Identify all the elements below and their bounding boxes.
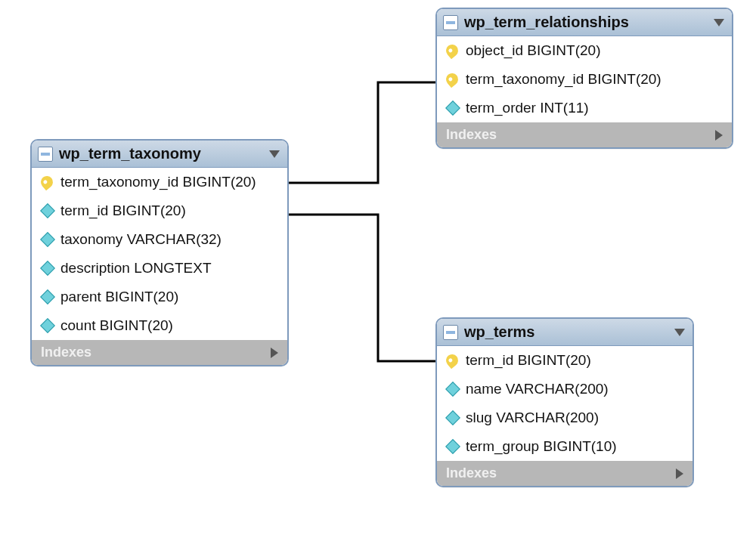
- column-row[interactable]: taxonomy VARCHAR(32): [32, 225, 287, 254]
- table-icon: [443, 15, 458, 30]
- diamond-icon: [445, 382, 460, 397]
- collapse-icon[interactable]: [674, 329, 685, 336]
- table-wp_term_taxonomy[interactable]: wp_term_taxonomy term_taxonomy_id BIGINT…: [30, 139, 289, 366]
- diamond-icon: [40, 318, 55, 333]
- table-wp_term_relationships[interactable]: wp_term_relationships object_id BIGINT(2…: [435, 8, 733, 149]
- columns-list: term_taxonomy_id BIGINT(20)term_id BIGIN…: [32, 168, 287, 340]
- table-title: wp_term_taxonomy: [59, 145, 263, 162]
- key-icon: [444, 352, 461, 369]
- column-row[interactable]: term_taxonomy_id BIGINT(20): [437, 65, 732, 94]
- table-header[interactable]: wp_terms: [437, 319, 692, 346]
- column-text: term_group BIGINT(10): [466, 438, 617, 455]
- column-text: taxonomy VARCHAR(32): [60, 231, 222, 248]
- column-row[interactable]: term_id BIGINT(20): [437, 346, 692, 375]
- relationship-line: [286, 215, 435, 361]
- column-text: name VARCHAR(200): [466, 381, 609, 397]
- diamond-icon: [445, 100, 460, 116]
- indexes-section[interactable]: Indexes: [32, 340, 287, 365]
- column-text: term_order INT(11): [466, 100, 589, 116]
- column-text: term_taxonomy_id BIGINT(20): [60, 174, 256, 190]
- key-icon: [444, 42, 461, 60]
- indexes-label: Indexes: [446, 127, 497, 143]
- columns-list: object_id BIGINT(20)term_taxonomy_id BIG…: [437, 36, 732, 122]
- expand-icon[interactable]: [271, 348, 278, 358]
- column-text: description LONGTEXT: [60, 260, 212, 277]
- column-text: parent BIGINT(20): [60, 289, 178, 305]
- table-icon: [38, 147, 53, 162]
- expand-icon[interactable]: [715, 130, 723, 141]
- table-wp_terms[interactable]: wp_terms term_id BIGINT(20)name VARCHAR(…: [435, 317, 694, 487]
- diamond-icon: [40, 261, 55, 276]
- key-icon: [39, 174, 56, 191]
- diamond-icon: [40, 203, 55, 218]
- indexes-label: Indexes: [446, 465, 497, 481]
- table-title: wp_term_relationships: [464, 14, 708, 31]
- diamond-icon: [445, 410, 460, 425]
- table-icon: [443, 325, 458, 340]
- relationship-line: [286, 82, 435, 183]
- table-title: wp_terms: [464, 323, 668, 341]
- column-row[interactable]: description LONGTEXT: [32, 254, 287, 283]
- column-text: term_taxonomy_id BIGINT(20): [466, 71, 662, 88]
- column-row[interactable]: term_group BIGINT(10): [437, 432, 692, 461]
- column-text: slug VARCHAR(200): [466, 410, 599, 426]
- column-text: term_id BIGINT(20): [60, 202, 186, 219]
- expand-icon[interactable]: [676, 468, 683, 479]
- column-row[interactable]: object_id BIGINT(20): [437, 36, 732, 65]
- column-row[interactable]: term_order INT(11): [437, 94, 732, 122]
- diamond-icon: [40, 232, 55, 247]
- column-text: count BIGINT(20): [60, 317, 173, 334]
- column-row[interactable]: term_id BIGINT(20): [32, 196, 287, 225]
- er-diagram-canvas: { "tables": [ { "id": "wp_term_taxonomy"…: [0, 0, 756, 544]
- column-row[interactable]: count BIGINT(20): [32, 311, 287, 340]
- column-row[interactable]: name VARCHAR(200): [437, 375, 692, 403]
- column-row[interactable]: parent BIGINT(20): [32, 283, 287, 311]
- diamond-icon: [445, 439, 460, 454]
- column-text: object_id BIGINT(20): [466, 42, 600, 59]
- key-icon: [444, 71, 461, 88]
- indexes-section[interactable]: Indexes: [437, 122, 732, 147]
- columns-list: term_id BIGINT(20)name VARCHAR(200)slug …: [437, 346, 692, 461]
- column-row[interactable]: term_taxonomy_id BIGINT(20): [32, 168, 287, 196]
- collapse-icon[interactable]: [269, 150, 280, 158]
- column-row[interactable]: slug VARCHAR(200): [437, 403, 692, 432]
- table-header[interactable]: wp_term_relationships: [437, 9, 732, 36]
- column-text: term_id BIGINT(20): [466, 352, 591, 369]
- diamond-icon: [40, 289, 55, 304]
- collapse-icon[interactable]: [714, 19, 724, 26]
- indexes-label: Indexes: [41, 345, 91, 360]
- table-header[interactable]: wp_term_taxonomy: [32, 141, 287, 168]
- indexes-section[interactable]: Indexes: [437, 461, 692, 486]
